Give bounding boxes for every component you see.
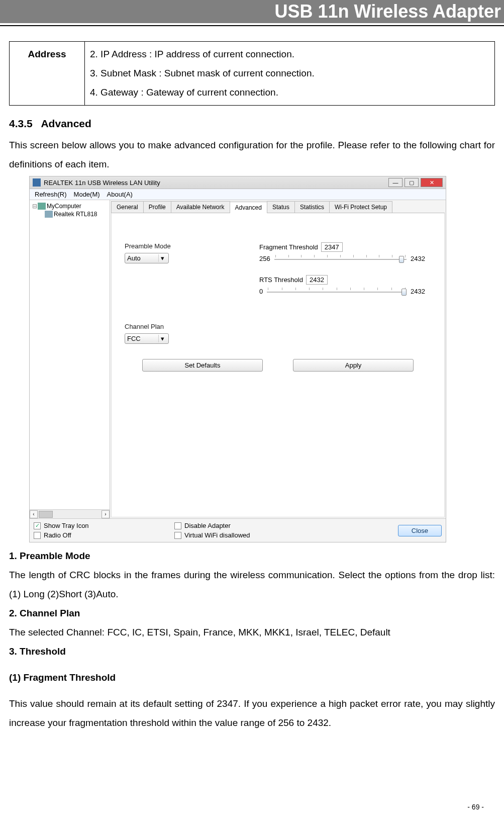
definition-table: Address 2. IP Address : IP address of cu… — [9, 41, 495, 106]
close-window-button[interactable]: ✕ — [421, 178, 443, 187]
section-heading: 4.3.5 Advanced — [9, 118, 495, 130]
menu-about[interactable]: About(A) — [107, 191, 133, 198]
def-row: 4. Gateway : Gateway of current connecti… — [90, 83, 489, 102]
tab-general[interactable]: General — [111, 201, 144, 213]
window-title: REALTEK 11n USB Wireless LAN Utility — [44, 179, 160, 187]
channel-label: Channel Plan — [125, 323, 240, 330]
disable-adapter-checkbox[interactable]: Disable Adapter — [174, 522, 315, 529]
device-tree[interactable]: ⊟ MyComputer Realtek RTL818 ‹ › — [30, 200, 110, 518]
rts-max: 2432 — [411, 288, 425, 295]
rts-value: 2432 — [306, 275, 328, 285]
menubar: Refresh(R) Mode(M) About(A) — [30, 189, 446, 200]
chevron-down-icon[interactable]: ▾ — [158, 335, 166, 342]
tab-strip: General Profile Available Network Advanc… — [111, 201, 445, 213]
para-fragment-threshold: This value should remain at its default … — [9, 694, 495, 733]
checkbox-checked-icon: ✓ — [34, 522, 41, 529]
titlebar[interactable]: REALTEK 11n USB Wireless LAN Utility — ▢… — [30, 176, 446, 189]
def-row: 3. Subnet Mask : Subnet mask of current … — [90, 64, 489, 83]
disable-adapter-label: Disable Adapter — [184, 522, 231, 529]
checkbox-icon — [174, 532, 181, 539]
chevron-down-icon[interactable]: ▾ — [158, 254, 166, 262]
def-row: 2. IP Address : IP address of current co… — [90, 45, 489, 64]
tab-available-network[interactable]: Available Network — [171, 201, 230, 213]
tab-content: Preamble Mode Auto ▾ Fragment Threshold … — [111, 213, 445, 517]
apply-button[interactable]: Apply — [293, 359, 414, 372]
rts-label: RTS Threshold — [259, 276, 303, 284]
virtual-wifi-checkbox[interactable]: Virtual WiFi disallowed — [174, 531, 315, 539]
virtual-wifi-label: Virtual WiFi disallowed — [184, 531, 250, 539]
section-number: 4.3.5 — [9, 118, 33, 129]
bottom-bar: ✓ Show Tray Icon Radio Off Disable Adapt… — [30, 518, 446, 542]
page-number: - 69 - — [467, 803, 484, 811]
preamble-label: Preamble Mode — [125, 242, 240, 250]
channel-value: FCC — [127, 335, 141, 342]
tree-scrollbar[interactable]: ‹ › — [30, 509, 110, 518]
menu-refresh[interactable]: Refresh(R) — [35, 191, 67, 198]
adapter-icon — [45, 211, 53, 218]
scroll-left-icon[interactable]: ‹ — [30, 510, 38, 518]
fragment-value: 2347 — [321, 242, 343, 252]
scroll-thumb[interactable] — [39, 511, 53, 518]
heading-fragment-threshold: (1) Fragment Threshold — [9, 668, 495, 687]
fragment-slider-thumb[interactable] — [399, 256, 404, 263]
show-tray-checkbox[interactable]: ✓ Show Tray Icon — [34, 522, 174, 529]
rts-slider[interactable] — [267, 287, 407, 296]
def-label: Address — [10, 42, 85, 106]
fragment-min: 256 — [259, 255, 270, 262]
scroll-right-icon[interactable]: › — [102, 510, 110, 518]
def-content: 2. IP Address : IP address of current co… — [85, 42, 495, 106]
app-icon — [33, 178, 41, 187]
tree-child[interactable]: Realtek RTL818 — [31, 210, 109, 218]
radio-off-label: Radio Off — [44, 531, 71, 539]
app-window: REALTEK 11n USB Wireless LAN Utility — ▢… — [29, 176, 446, 542]
checkbox-icon — [34, 532, 41, 539]
heading-channel: 2. Channel Plan — [9, 604, 495, 623]
fragment-max: 2432 — [411, 255, 425, 262]
minimize-button[interactable]: — — [388, 178, 402, 187]
menu-mode[interactable]: Mode(M) — [74, 191, 100, 198]
heading-threshold: 3. Threshold — [9, 642, 495, 661]
checkbox-icon — [174, 522, 181, 529]
tab-wps[interactable]: Wi-Fi Protect Setup — [329, 201, 392, 213]
preamble-value: Auto — [127, 254, 141, 262]
preamble-combo[interactable]: Auto ▾ — [125, 253, 169, 263]
tab-statistics[interactable]: Statistics — [294, 201, 330, 213]
heading-preamble: 1. Preamble Mode — [9, 546, 495, 566]
main-pane: General Profile Available Network Advanc… — [110, 200, 446, 518]
tab-status[interactable]: Status — [267, 201, 295, 213]
rts-min: 0 — [259, 288, 263, 295]
radio-off-checkbox[interactable]: Radio Off — [34, 531, 174, 539]
maximize-button[interactable]: ▢ — [405, 178, 419, 187]
tree-root[interactable]: ⊟ MyComputer — [31, 202, 109, 210]
rts-slider-thumb[interactable] — [401, 289, 407, 296]
collapse-icon[interactable]: ⊟ — [32, 203, 38, 210]
fragment-label: Fragment Threshold — [259, 243, 318, 251]
channel-combo[interactable]: FCC ▾ — [125, 333, 169, 344]
para-preamble: The length of CRC blocks in the frames d… — [9, 566, 495, 604]
fragment-slider[interactable] — [274, 254, 407, 263]
header-rule — [0, 25, 504, 26]
section-intro: This screen below allows you to make adv… — [9, 136, 495, 174]
para-channel: The selected Channel: FCC, IC, ETSI, Spa… — [9, 623, 495, 642]
page-header: USB 11n Wireless Adapter — [0, 0, 504, 23]
close-button[interactable]: Close — [398, 525, 442, 536]
section-title: Advanced — [41, 118, 91, 129]
tab-advanced[interactable]: Advanced — [230, 202, 267, 213]
tree-root-label: MyComputer — [47, 203, 81, 210]
tab-profile[interactable]: Profile — [143, 201, 171, 213]
set-defaults-button[interactable]: Set Defaults — [142, 359, 263, 372]
computer-icon — [38, 203, 46, 210]
tree-child-label: Realtek RTL818 — [54, 211, 97, 218]
show-tray-label: Show Tray Icon — [44, 522, 89, 529]
